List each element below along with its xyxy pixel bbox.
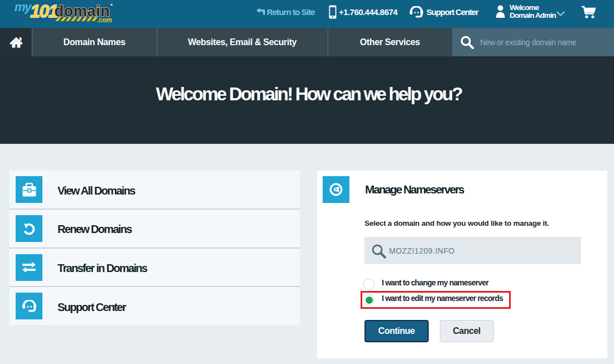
- svg-text:101: 101: [30, 1, 58, 21]
- svg-text:.com: .com: [97, 16, 112, 24]
